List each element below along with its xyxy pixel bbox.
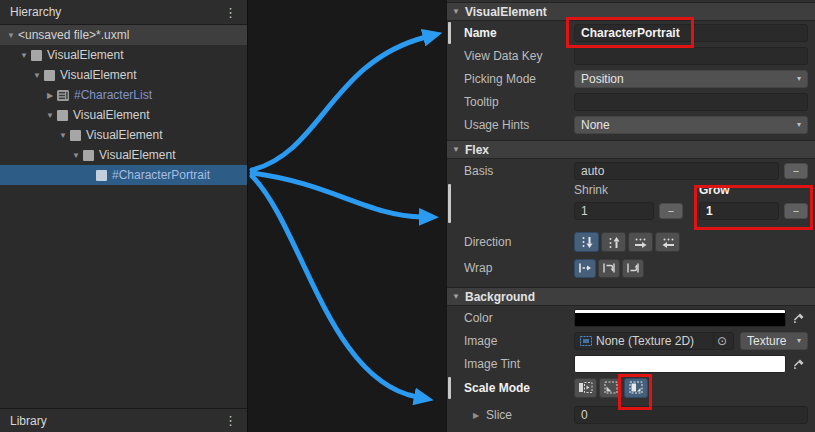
foldout-open-icon[interactable]: ▼ bbox=[452, 292, 465, 301]
background-image-label: Image bbox=[447, 334, 574, 348]
unset-basis-button[interactable]: − bbox=[784, 163, 808, 179]
slice-foldout[interactable]: ▶ Slice bbox=[447, 408, 574, 422]
tree-row-uxml-file[interactable]: ▼ <unsaved file>*.uxml bbox=[0, 25, 247, 45]
flex-direction-column-reverse-icon bbox=[607, 236, 621, 249]
usage-hints-value: None bbox=[581, 118, 610, 132]
section-header-background[interactable]: ▼ Background bbox=[447, 287, 815, 306]
scale-mode-label: Scale Mode bbox=[447, 381, 574, 395]
wrap-label: Wrap bbox=[447, 261, 574, 275]
flex-direction-row-icon bbox=[634, 236, 648, 249]
scale-mode-scale-and-crop-button[interactable] bbox=[599, 378, 622, 398]
visual-element-icon bbox=[31, 50, 42, 61]
view-data-key-input[interactable] bbox=[574, 47, 808, 65]
tree-row-visualelement-1[interactable]: ▼ VisualElement bbox=[0, 45, 247, 65]
tree-row-label: <unsaved file>*.uxml bbox=[18, 28, 129, 42]
slice-input[interactable] bbox=[574, 406, 808, 424]
picking-mode-value: Position bbox=[581, 72, 624, 86]
picking-mode-dropdown[interactable]: Position ▾ bbox=[574, 70, 808, 88]
annotation-arrow-to-scale-mode bbox=[252, 176, 417, 397]
section-header-flex[interactable]: ▼ Flex bbox=[447, 140, 815, 159]
foldout-open-icon[interactable]: ▼ bbox=[17, 51, 31, 60]
usage-hints-dropdown[interactable]: None ▾ bbox=[574, 116, 808, 134]
tree-row-characterlist[interactable]: ▶ #CharacterList bbox=[0, 85, 247, 105]
image-tint-label: Image Tint bbox=[447, 357, 574, 371]
inspector-panel: ▼ VisualElement Name View Data Key Picki… bbox=[446, 0, 815, 432]
flex-direction-column-button[interactable] bbox=[574, 232, 599, 252]
flex-wrap-nowrap-button[interactable] bbox=[574, 259, 596, 278]
slice-label: Slice bbox=[486, 408, 512, 422]
background-image-object-field[interactable]: None (Texture 2D) ⊙ bbox=[574, 332, 734, 350]
flex-wrap-wrap-icon bbox=[602, 262, 616, 274]
direction-label: Direction bbox=[447, 235, 574, 249]
tooltip-input[interactable] bbox=[574, 93, 808, 111]
visual-element-icon bbox=[44, 70, 55, 81]
library-menu-icon[interactable]: ⋮ bbox=[222, 413, 239, 428]
foldout-closed-icon[interactable]: ▶ bbox=[43, 91, 57, 100]
annotation-arrow-to-grow bbox=[252, 173, 422, 217]
flex-direction-toggle-group bbox=[574, 232, 680, 252]
eyedropper-icon[interactable] bbox=[790, 358, 808, 370]
tree-row-visualelement-3[interactable]: ▼ VisualElement bbox=[0, 105, 247, 125]
chevron-down-icon: ▾ bbox=[797, 74, 801, 83]
flex-wrap-nowrap-icon bbox=[578, 262, 592, 274]
tree-row-label: #CharacterPortrait bbox=[112, 168, 210, 182]
tree-row-label: VisualElement bbox=[73, 108, 150, 122]
tree-row-visualelement-2[interactable]: ▼ VisualElement bbox=[0, 65, 247, 85]
foldout-open-icon[interactable]: ▼ bbox=[69, 151, 83, 160]
library-header: Library ⋮ bbox=[0, 408, 247, 432]
override-bar-scale-mode bbox=[448, 377, 451, 399]
visual-element-icon bbox=[70, 130, 81, 141]
chevron-down-icon: ▾ bbox=[797, 336, 801, 345]
visual-element-icon bbox=[83, 150, 94, 161]
unset-shrink-button[interactable]: − bbox=[659, 203, 683, 219]
flex-grow-input[interactable] bbox=[699, 202, 779, 220]
tree-row-label: VisualElement bbox=[60, 68, 137, 82]
foldout-open-icon[interactable]: ▼ bbox=[452, 7, 465, 16]
hierarchy-tree: ▼ <unsaved file>*.uxml ▼ VisualElement ▼… bbox=[0, 25, 247, 185]
ui-builder-window: Hierarchy ⋮ ▼ <unsaved file>*.uxml ▼ Vis… bbox=[0, 0, 815, 432]
tree-row-label: #CharacterList bbox=[74, 88, 152, 102]
background-color-swatch[interactable] bbox=[574, 309, 786, 327]
hierarchy-menu-icon[interactable]: ⋮ bbox=[222, 5, 239, 20]
tree-row-visualelement-4[interactable]: ▼ VisualElement bbox=[0, 125, 247, 145]
annotation-arrow-to-name bbox=[252, 37, 426, 170]
tree-row-visualelement-5[interactable]: ▼ VisualElement bbox=[0, 145, 247, 165]
flex-wrap-toggle-group bbox=[574, 259, 644, 278]
unset-grow-button[interactable]: − bbox=[784, 203, 808, 219]
foldout-open-icon[interactable]: ▼ bbox=[452, 145, 465, 154]
hierarchy-title: Hierarchy bbox=[10, 5, 222, 19]
hierarchy-panel: Hierarchy ⋮ ▼ <unsaved file>*.uxml ▼ Vis… bbox=[0, 0, 248, 432]
flex-wrap-wrap-reverse-icon bbox=[626, 262, 640, 274]
flex-direction-row-button[interactable] bbox=[628, 232, 653, 252]
view-data-key-label: View Data Key bbox=[447, 49, 574, 63]
basis-label: Basis bbox=[447, 164, 574, 178]
scale-mode-scale-to-fit-button[interactable] bbox=[624, 378, 648, 398]
flex-wrap-wrap-button[interactable] bbox=[598, 259, 620, 278]
flex-direction-row-reverse-icon bbox=[661, 236, 675, 249]
scale-mode-stretch-to-fill-button[interactable] bbox=[574, 378, 597, 398]
flex-basis-input[interactable] bbox=[574, 162, 779, 180]
foldout-open-icon[interactable]: ▼ bbox=[4, 31, 18, 40]
eyedropper-icon[interactable] bbox=[790, 312, 808, 324]
hierarchy-header: Hierarchy ⋮ bbox=[0, 0, 247, 25]
foldout-open-icon[interactable]: ▼ bbox=[30, 71, 44, 80]
chevron-down-icon: ▾ bbox=[797, 120, 801, 129]
tree-row-label: VisualElement bbox=[99, 148, 176, 162]
image-type-dropdown[interactable]: Texture ▾ bbox=[740, 332, 808, 350]
visual-element-icon bbox=[57, 110, 68, 121]
section-title: Background bbox=[465, 290, 535, 304]
flex-shrink-input[interactable] bbox=[574, 202, 654, 220]
flex-wrap-wrap-reverse-button[interactable] bbox=[622, 259, 644, 278]
foldout-open-icon[interactable]: ▼ bbox=[43, 111, 57, 120]
section-header-visualelement[interactable]: ▼ VisualElement bbox=[447, 2, 815, 21]
scale-mode-scale-to-fit-icon bbox=[629, 381, 643, 394]
flex-direction-row-reverse-button[interactable] bbox=[655, 232, 680, 252]
image-tint-swatch[interactable] bbox=[574, 355, 786, 373]
flex-direction-column-icon bbox=[580, 236, 594, 249]
name-input[interactable] bbox=[574, 24, 808, 42]
flex-direction-column-reverse-button[interactable] bbox=[601, 232, 626, 252]
tree-row-characterportrait-selected[interactable]: #CharacterPortrait bbox=[0, 165, 247, 185]
object-picker-icon[interactable]: ⊙ bbox=[713, 334, 730, 348]
foldout-open-icon[interactable]: ▼ bbox=[56, 131, 70, 140]
name-label: Name bbox=[447, 26, 574, 40]
